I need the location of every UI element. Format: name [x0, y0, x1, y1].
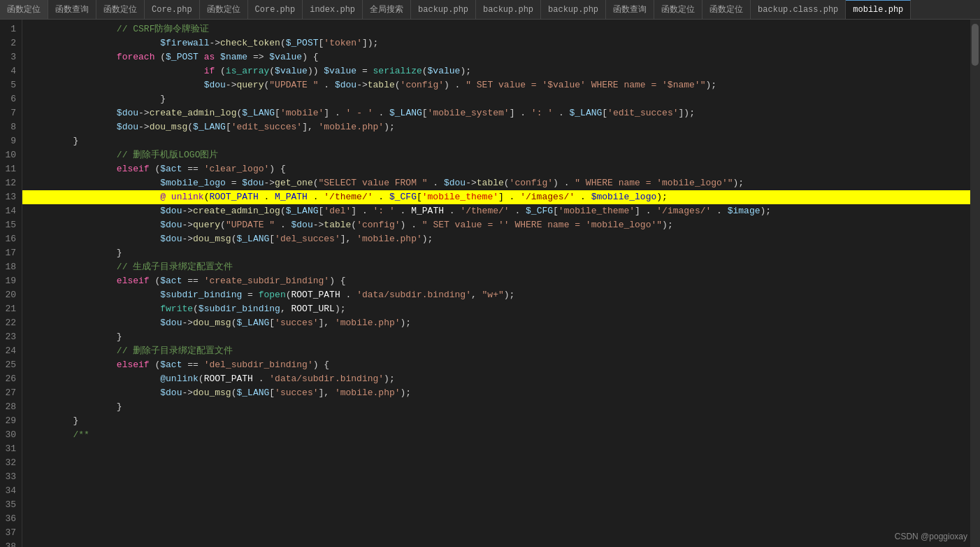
code-line: $dou->dou_msg($_LANG['edit_succes'], 'mo… [22, 120, 970, 134]
tab-函数定位[interactable]: 函数定位 [0, 0, 48, 19]
code-line: elseif ($act == 'del_subdir_binding') { [22, 358, 970, 372]
code-line: @ unlink(ROOT_PATH . M_PATH . '/theme/' … [22, 190, 970, 204]
code-line: /** [22, 428, 970, 442]
tab-函数查询[interactable]: 函数查询 [606, 0, 654, 19]
line-numbers: 1234567891011121314151617181920212223242… [0, 20, 22, 547]
tab-bar: 函数定位函数查询函数定位Core.php函数定位Core.phpindex.ph… [0, 0, 980, 20]
code-line: $dou->query("UPDATE " . $dou->table('con… [22, 78, 970, 92]
code-line: $dou->dou_msg($_LANG['succes'], 'mobile.… [22, 386, 970, 400]
code-line: $dou->create_admin_log($_LANG['del'] . '… [22, 204, 970, 218]
tab-Core-php[interactable]: Core.php [248, 0, 303, 19]
tab-backup-php[interactable]: backup.php [411, 0, 476, 19]
code-line: } [22, 246, 970, 260]
code-line: elseif ($act == 'clear_logo') { [22, 162, 970, 176]
tab-函数定位[interactable]: 函数定位 [96, 0, 145, 19]
tab-mobile-php[interactable]: mobile.php [846, 0, 911, 19]
tab-函数定位[interactable]: 函数定位 [654, 0, 702, 19]
code-line: $subdir_binding = fopen(ROOT_PATH . 'dat… [22, 288, 970, 302]
tab-函数定位[interactable]: 函数定位 [702, 0, 751, 19]
code-line: // 删除手机版LOGO图片 [22, 148, 970, 162]
tab-backup-php[interactable]: backup.php [541, 0, 606, 19]
editor-area: 1234567891011121314151617181920212223242… [0, 20, 980, 547]
tab-backup-php[interactable]: backup.php [476, 0, 541, 19]
code-line: // 生成子目录绑定配置文件 [22, 260, 970, 274]
code-line: if (is_array($value)) $value = serialize… [22, 64, 970, 78]
code-line: foreach ($_POST as $name => $value) { [22, 50, 970, 64]
code-line: // CSRF防御令牌验证 [22, 22, 970, 36]
watermark: CSDN @poggioxay [895, 532, 967, 541]
code-line: } [22, 92, 970, 106]
code-line: } [22, 330, 970, 344]
scrollbar-thumb[interactable] [972, 24, 979, 66]
code-line: } [22, 134, 970, 148]
tab-函数查询[interactable]: 函数查询 [48, 0, 96, 19]
code-line: @unlink(ROOT_PATH . 'data/subdir.binding… [22, 372, 970, 386]
tab-全局搜索[interactable]: 全局搜索 [363, 0, 411, 19]
code-line: $mobile_logo = $dou->get_one("SELECT val… [22, 176, 970, 190]
code-line: // 删除子目录绑定配置文件 [22, 344, 970, 358]
tab-backup-class-php[interactable]: backup.class.php [751, 0, 846, 19]
code-line: } [22, 414, 970, 428]
code-line: $firewall->check_token($_POST['token']); [22, 36, 970, 50]
code-content[interactable]: // CSRF防御令牌验证 $firewall->check_token($_P… [22, 20, 970, 547]
code-line: $dou->create_admin_log($_LANG['mobile'] … [22, 106, 970, 120]
code-line: } [22, 400, 970, 414]
code-line: elseif ($act == 'create_subdir_binding')… [22, 274, 970, 288]
tab-Core-php[interactable]: Core.php [145, 0, 200, 19]
scrollbar-area[interactable] [970, 20, 980, 547]
code-line: $dou->dou_msg($_LANG['del_succes'], 'mob… [22, 232, 970, 246]
code-line: $dou->dou_msg($_LANG['succes'], 'mobile.… [22, 316, 970, 330]
code-line: $dou->query("UPDATE " . $dou->table('con… [22, 218, 970, 232]
tab-函数定位[interactable]: 函数定位 [200, 0, 248, 19]
code-line: fwrite($subdir_binding, ROOT_URL); [22, 302, 970, 316]
tab-index-php[interactable]: index.php [303, 0, 363, 19]
